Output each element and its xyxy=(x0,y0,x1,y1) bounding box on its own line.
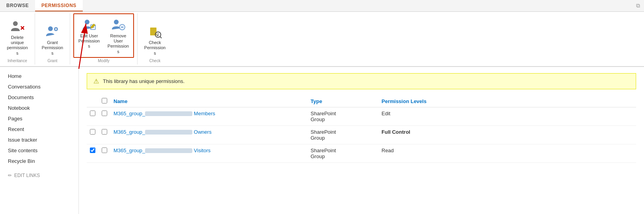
sidebar: Home Conversations Documents Notebook Pa… xyxy=(0,67,79,214)
row-owners-name-prefix: M365_group_ xyxy=(114,129,145,135)
row-members-outer-checkbox[interactable] xyxy=(90,111,95,116)
row-visitors-inner-checkbox[interactable] xyxy=(102,148,107,153)
row-visitors-outer-checkbox-cell xyxy=(87,144,99,162)
row-members-permission-cell: Edit xyxy=(378,107,636,125)
row-members-name-suffix: Members xyxy=(192,111,215,116)
permissions-table: Name Type Permission Levels xyxy=(87,96,636,163)
modify-group-label: Modify xyxy=(73,58,134,65)
row-visitors-permission-cell: Read xyxy=(378,144,636,162)
remove-user-permissions-label: Remove User Permissions xyxy=(107,33,130,54)
sidebar-item-conversations[interactable]: Conversations xyxy=(0,81,78,92)
row-owners-outer-checkbox-cell xyxy=(87,125,99,144)
row-members-name-prefix: M365_group_ xyxy=(114,111,145,116)
check-group-label: Check xyxy=(141,58,169,65)
grant-group-label: Grant xyxy=(38,58,67,65)
row-members-inner-checkbox-cell xyxy=(99,107,110,125)
table-row: M365_group_ Owners SharePointGroup Full … xyxy=(87,125,636,144)
row-visitors-name-prefix: M365_group_ xyxy=(114,148,145,153)
remove-user-permissions-button[interactable]: Remove User Permissions xyxy=(104,15,132,56)
sidebar-item-recent[interactable]: Recent xyxy=(0,124,78,135)
pencil-icon: ✏ xyxy=(8,173,12,178)
window-restore-icon[interactable]: ⧉ xyxy=(632,0,644,11)
ribbon-tabs: BROWSE PERMISSIONS ⧉ xyxy=(0,0,644,12)
check-permissions-label: Check Permissions xyxy=(143,40,166,56)
col-header-type: Type xyxy=(307,96,378,107)
grant-icon xyxy=(45,24,60,39)
ribbon: BROWSE PERMISSIONS ⧉ xyxy=(0,0,644,67)
row-owners-permission-cell: Full Control xyxy=(378,125,636,144)
row-members-type-cell: SharePointGroup xyxy=(307,107,378,125)
tab-browse[interactable]: BROWSE xyxy=(0,0,35,11)
svg-point-5 xyxy=(48,26,53,31)
row-owners-name-suffix: Owners xyxy=(192,129,211,135)
delete-unique-label: Delete unique permissions xyxy=(6,35,29,56)
edit-links-label: EDIT LINKS xyxy=(14,173,40,178)
warning-icon: ⚠ xyxy=(93,77,99,85)
ribbon-group-grant: Grant Permissions Grant xyxy=(35,13,70,65)
row-owners-blurred xyxy=(145,130,192,135)
svg-point-2 xyxy=(13,21,18,26)
row-members-name-link[interactable]: M365_group_ Members xyxy=(114,111,215,116)
delete-unique-permissions-button[interactable]: Delete unique permissions xyxy=(3,17,32,58)
sidebar-item-notebook[interactable]: Notebook xyxy=(0,103,78,113)
tab-permissions[interactable]: PERMISSIONS xyxy=(35,0,83,11)
delete-unique-icon xyxy=(9,18,25,34)
check-permissions-button[interactable]: Check Permissions xyxy=(141,22,169,58)
remove-user-icon xyxy=(110,17,126,33)
sidebar-item-recycle-bin[interactable]: Recycle Bin xyxy=(0,156,78,166)
ribbon-group-check: Check Permissions Check xyxy=(138,13,172,65)
row-owners-inner-checkbox[interactable] xyxy=(102,129,107,135)
row-owners-type-cell: SharePointGroup xyxy=(307,125,378,144)
content-area: ⚠ This library has unique permissions. N… xyxy=(79,67,644,214)
check-perm-icon xyxy=(147,24,163,39)
row-visitors-blurred xyxy=(145,148,192,153)
edit-user-icon xyxy=(81,17,97,33)
row-visitors-name-suffix: Visitors xyxy=(192,148,210,153)
grant-permissions-label: Grant Permissions xyxy=(41,40,64,56)
edit-user-permissions-button[interactable]: Edit UserPermissions xyxy=(75,15,103,51)
info-banner: ⚠ This library has unique permissions. xyxy=(87,73,636,89)
info-banner-message: This library has unique permissions. xyxy=(103,78,184,84)
row-visitors-outer-checkbox[interactable] xyxy=(90,148,95,153)
table-row: M365_group_ Visitors SharePointGroup Rea… xyxy=(87,144,636,162)
row-visitors-inner-checkbox-cell xyxy=(99,144,110,162)
row-owners-outer-checkbox[interactable] xyxy=(90,129,95,135)
sidebar-item-issue-tracker[interactable]: Issue tracker xyxy=(0,135,78,145)
row-owners-name-cell: M365_group_ Owners xyxy=(110,125,307,144)
col-header-name[interactable]: Name xyxy=(110,96,307,107)
table-row: M365_group_ Members SharePointGroup Edit xyxy=(87,107,636,125)
sidebar-item-site-contents[interactable]: Site contents xyxy=(0,145,78,156)
modify-group-box: Edit UserPermissions xyxy=(73,13,134,58)
col-header-permission-levels: Permission Levels xyxy=(378,96,636,107)
main-layout: Home Conversations Documents Notebook Pa… xyxy=(0,67,644,214)
row-visitors-type-cell: SharePointGroup xyxy=(307,144,378,162)
ribbon-content: Delete unique permissions Inheritance xyxy=(0,12,644,66)
row-members-name-cell: M365_group_ Members xyxy=(110,107,307,125)
row-owners-inner-checkbox-cell xyxy=(99,125,110,144)
row-members-blurred xyxy=(145,111,192,116)
edit-links[interactable]: ✏ EDIT LINKS xyxy=(0,170,78,181)
select-all-checkbox[interactable] xyxy=(102,98,107,103)
svg-point-9 xyxy=(85,20,89,24)
row-members-outer-checkbox-cell xyxy=(87,107,99,125)
row-visitors-name-link[interactable]: M365_group_ Visitors xyxy=(114,148,210,153)
col-header-checkbox xyxy=(87,96,99,107)
ribbon-group-inheritance: Delete unique permissions Inheritance xyxy=(0,13,35,65)
grant-permissions-button[interactable]: Grant Permissions xyxy=(38,22,67,58)
svg-point-14 xyxy=(114,20,119,24)
col-header-select xyxy=(99,96,110,107)
sidebar-item-home[interactable]: Home xyxy=(0,71,78,81)
row-members-inner-checkbox[interactable] xyxy=(102,111,107,116)
svg-line-19 xyxy=(160,37,162,38)
edit-user-permissions-label: Edit UserPermissions xyxy=(78,33,101,49)
row-visitors-name-cell: M365_group_ Visitors xyxy=(110,144,307,162)
sidebar-item-pages[interactable]: Pages xyxy=(0,113,78,124)
sidebar-item-documents[interactable]: Documents xyxy=(0,92,78,103)
row-owners-name-link[interactable]: M365_group_ Owners xyxy=(114,129,212,135)
inheritance-group-label: Inheritance xyxy=(3,58,32,65)
ribbon-group-modify: Edit UserPermissions xyxy=(70,13,138,65)
